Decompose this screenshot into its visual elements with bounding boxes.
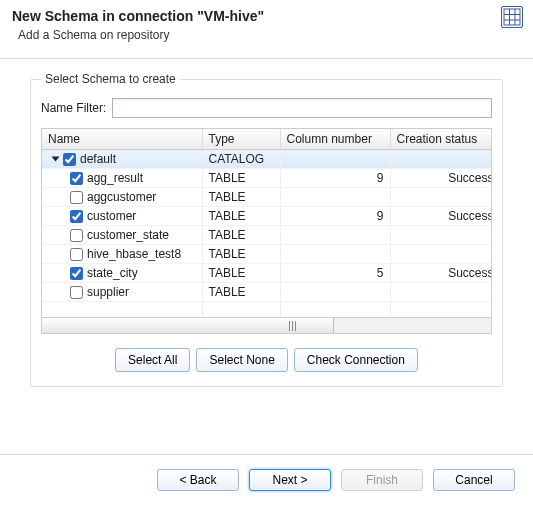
table-buttons-row: Select All Select None Check Connection [41,348,492,372]
row-status [390,245,492,264]
row-checkbox[interactable] [70,191,83,204]
row-num [280,283,390,302]
name-filter-row: Name Filter: [41,98,492,118]
next-button[interactable]: Next > [249,469,331,491]
row-name: aggcustomer [87,190,156,204]
table-row[interactable]: supplierTABLE [42,283,492,302]
root-name: default [80,152,116,166]
row-type: TABLE [202,188,280,207]
check-connection-button[interactable]: Check Connection [294,348,418,372]
name-filter-input[interactable] [112,98,492,118]
back-button[interactable]: < Back [157,469,239,491]
row-checkbox[interactable] [70,267,83,280]
empty-row [42,302,492,319]
cancel-button[interactable]: Cancel [433,469,515,491]
dialog-subtitle: Add a Schema on repository [18,28,521,42]
table-header-row: Name Type Column number Creation status [42,129,492,150]
row-checkbox[interactable] [70,172,83,185]
row-name: agg_result [87,171,143,185]
row-type: TABLE [202,264,280,283]
row-type: TABLE [202,207,280,226]
content-area: Select Schema to create Name Filter: Nam… [0,59,533,387]
dialog-header: New Schema in connection "VM-hive" Add a… [0,0,533,50]
scrollbar-gripper-icon [289,321,297,331]
table-row[interactable]: customer_stateTABLE [42,226,492,245]
select-all-button[interactable]: Select All [115,348,190,372]
row-type: TABLE [202,283,280,302]
row-name: customer [87,209,136,223]
name-filter-label: Name Filter: [41,101,106,115]
row-status: Success [390,169,492,188]
row-num: 5 [280,264,390,283]
root-status [390,150,492,169]
row-status [390,188,492,207]
row-checkbox[interactable] [70,286,83,299]
col-header-status[interactable]: Creation status [390,129,492,150]
row-name: customer_state [87,228,169,242]
row-status [390,226,492,245]
finish-button: Finish [341,469,423,491]
row-checkbox[interactable] [70,229,83,242]
horizontal-scrollbar[interactable] [41,318,492,334]
wizard-footer: < Back Next > Finish Cancel [0,454,533,505]
table-row[interactable]: hive_hbase_test8TABLE [42,245,492,264]
schema-table[interactable]: Name Type Column number Creation status [41,128,492,318]
row-num [280,226,390,245]
col-header-type[interactable]: Type [202,129,280,150]
svg-rect-0 [504,9,520,25]
root-num [280,150,390,169]
tree-root-row[interactable]: default CATALOG [42,150,492,169]
table-row[interactable]: agg_resultTABLE9Success [42,169,492,188]
table-row[interactable]: state_cityTABLE5Success [42,264,492,283]
table-row[interactable]: customerTABLE9Success [42,207,492,226]
dialog-title: New Schema in connection "VM-hive" [12,8,521,24]
select-none-button[interactable]: Select None [196,348,287,372]
row-status: Success [390,264,492,283]
root-type: CATALOG [202,150,280,169]
row-checkbox[interactable] [70,248,83,261]
row-num [280,245,390,264]
row-name: supplier [87,285,129,299]
schema-section: Select Schema to create Name Filter: Nam… [30,79,503,387]
table-row[interactable]: aggcustomerTABLE [42,188,492,207]
schema-icon [501,6,523,28]
row-name: state_city [87,266,138,280]
row-num [280,188,390,207]
expand-icon[interactable] [52,157,60,162]
row-num: 9 [280,207,390,226]
col-header-num[interactable]: Column number [280,129,390,150]
row-type: TABLE [202,169,280,188]
row-status [390,283,492,302]
row-name: hive_hbase_test8 [87,247,181,261]
section-label: Select Schema to create [41,72,180,86]
root-checkbox[interactable] [63,153,76,166]
row-checkbox[interactable] [70,210,83,223]
wizard-dialog: New Schema in connection "VM-hive" Add a… [0,0,533,505]
row-type: TABLE [202,226,280,245]
row-type: TABLE [202,245,280,264]
row-status: Success [390,207,492,226]
col-header-name[interactable]: Name [42,129,202,150]
row-num: 9 [280,169,390,188]
